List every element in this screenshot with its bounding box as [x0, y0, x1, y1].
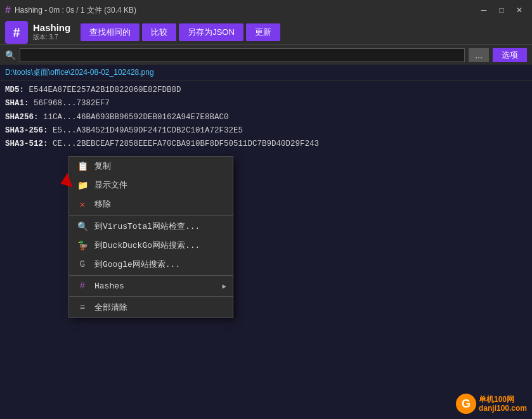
ctx-hashes[interactable]: # Hashes ▶	[69, 277, 233, 295]
ctx-copy-label: 复制	[94, 160, 111, 172]
search-icon: 🔍	[5, 50, 16, 60]
app-name: Hashing	[33, 23, 70, 34]
ctx-duckduckgo-label: 到DuckDuckGo网站搜索...	[94, 240, 200, 251]
folder-icon: 📁	[77, 180, 88, 191]
title-bar-controls: ─ □ ✕	[476, 4, 527, 16]
ctx-separator-1	[69, 215, 233, 216]
ctx-duckduckgo[interactable]: 🦆 到DuckDuckGo网站搜索...	[69, 236, 233, 255]
ctx-copy[interactable]: 📋 复制	[69, 157, 233, 176]
sha3-512-label: SHA3-512:	[5, 139, 53, 148]
md5-value: E544EA87EE257A2B1D822060E82FDB8D	[29, 86, 181, 94]
hash-line-sha1: SHA1: 56F968...7382EF7	[5, 97, 527, 110]
watermark-text: 单机100网 danji100.com	[479, 395, 527, 413]
app-title-block: Hashing 版本: 3.7	[33, 23, 70, 42]
title-bar: # Hashing - 0m : 0s / 1 文件 (30.4 KB) ─ □…	[0, 0, 532, 20]
compare-button[interactable]: 比较	[142, 23, 176, 41]
ctx-hashes-label: Hashes	[94, 281, 124, 291]
sha256-label: SHA256:	[5, 113, 43, 122]
context-menu: 📋 复制 📁 显示文件 ✕ 移除 🔍 到VirusTotal网站检查... 🦆 …	[68, 156, 233, 318]
sha3-512-value: CE...2BEBCEAF72858EEEFA70CBA910BF8DF5051…	[53, 139, 319, 148]
maximize-button[interactable]: □	[494, 4, 509, 16]
hash-line-sha3-256: SHA3-256: E5...A3B4521D49A59DF2471CDB2C1…	[5, 124, 527, 138]
ctx-virustotal-label: 到VirusTotal网站检查...	[94, 221, 200, 232]
ctx-remove[interactable]: ✕ 移除	[69, 195, 233, 214]
copy-icon: 📋	[77, 161, 88, 172]
app-logo: #	[5, 21, 28, 44]
filepath-text: D:\tools\桌面\office\2024-08-02_102428.png	[5, 68, 154, 77]
hash-line-sha3-512: SHA3-512: CE...2BEBCEAF72858EEEFA70CBA91…	[5, 138, 527, 151]
clear-icon: ≡	[77, 302, 88, 313]
watermark-logo: G	[456, 394, 476, 414]
filepath-bar: D:\tools\桌面\office\2024-08-02_102428.png	[0, 65, 532, 81]
ctx-google[interactable]: G 到Google网站搜索...	[69, 255, 233, 274]
content-area: MD5: E544EA87EE257A2B1D822060E82FDB8D SH…	[0, 81, 532, 153]
hashes-icon: #	[77, 281, 88, 291]
hash-line-md5: MD5: E544EA87EE257A2B1D822060E82FDB8D	[5, 84, 527, 97]
search-input[interactable]	[20, 48, 465, 62]
watermark-line2: danji100.com	[479, 404, 527, 413]
app-version: 版本: 3.7	[33, 33, 70, 42]
submenu-arrow: ▶	[222, 282, 226, 290]
watermark: G 单机100网 danji100.com	[456, 394, 527, 414]
sha1-value: 56F968...7382EF7	[34, 99, 110, 108]
sha256-value: 11CA...46BA693BB96592DEB0162A94E7E8BAC0	[43, 113, 229, 122]
options-button[interactable]: 选项	[493, 48, 527, 62]
ctx-separator-3	[69, 296, 233, 297]
sha3-256-label: SHA3-256:	[5, 126, 53, 135]
ctx-virustotal[interactable]: 🔍 到VirusTotal网站检查...	[69, 217, 233, 236]
sha1-label: SHA1:	[5, 99, 34, 108]
ctx-separator-2	[69, 275, 233, 276]
md5-label: MD5:	[5, 86, 29, 94]
ctx-google-label: 到Google网站搜索...	[94, 259, 180, 270]
minimize-button[interactable]: ─	[476, 4, 491, 16]
sha3-256-value: E5...A3B4521D49A59DF2471CDB2C101A72F32E5	[53, 126, 243, 135]
google-icon: G	[77, 259, 88, 269]
remove-icon: ✕	[77, 199, 88, 210]
ctx-clear-all-label: 全部清除	[94, 302, 127, 313]
duckduckgo-icon: 🦆	[77, 240, 88, 251]
title-bar-left: # Hashing - 0m : 0s / 1 文件 (30.4 KB)	[5, 4, 136, 16]
close-button[interactable]: ✕	[512, 4, 527, 16]
find-same-button[interactable]: 查找相同的	[81, 23, 139, 41]
window-title: Hashing - 0m : 0s / 1 文件 (30.4 KB)	[15, 5, 136, 16]
ctx-show-file[interactable]: 📁 显示文件	[69, 176, 233, 195]
hash-line-sha256: SHA256: 11CA...46BA693BB96592DEB0162A94E…	[5, 111, 527, 124]
watermark-line1: 单机100网	[479, 395, 527, 404]
search-row: 🔍 ... 选项	[0, 44, 532, 65]
ellipsis-button[interactable]: ...	[469, 48, 489, 62]
ctx-clear-all[interactable]: ≡ 全部清除	[69, 298, 233, 317]
ctx-show-file-label: 显示文件	[94, 179, 127, 191]
update-button[interactable]: 更新	[246, 23, 280, 41]
app-icon: #	[5, 4, 11, 16]
save-json-button[interactable]: 另存为JSON	[179, 23, 243, 41]
ctx-remove-label: 移除	[94, 198, 111, 210]
virustotal-icon: 🔍	[77, 221, 88, 232]
toolbar: # Hashing 版本: 3.7 查找相同的 比较 另存为JSON 更新	[0, 20, 532, 44]
